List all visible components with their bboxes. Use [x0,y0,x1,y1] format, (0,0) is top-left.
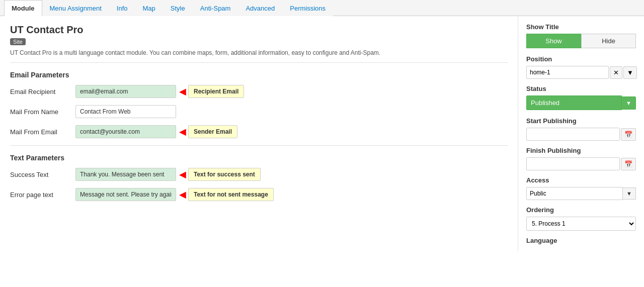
main-layout: UT Contact Pro Site UT Contact Pro is a … [0,16,644,251]
email-params-title: Email Parameters [10,71,508,79]
mail-from-name-row: Mail From Name [10,105,508,118]
module-title: UT Contact Pro [10,24,508,36]
error-text-row: Error page text ◀ Text for not sent mess… [10,188,508,201]
start-publishing-calendar-btn[interactable]: 📅 [621,128,636,141]
access-dropdown-arrow[interactable]: ▼ [623,187,636,200]
finish-publishing-input[interactable] [526,157,620,170]
module-desc: UT Contact Pro is a multi language conta… [10,49,508,63]
start-publishing-field: Start Publishing 📅 [526,117,636,141]
tab-antispam[interactable]: Anti-Spam [193,0,238,16]
mail-from-email-label: Mail From Email [10,128,75,136]
left-panel: UT Contact Pro Site UT Contact Pro is a … [0,16,518,251]
access-field: Access Public ▼ [526,176,636,200]
error-tooltip-wrap: ◀ Text for not sent message [179,188,274,201]
mail-from-name-input[interactable] [75,105,176,118]
error-arrow-icon: ◀ [179,190,186,199]
ordering-select[interactable]: 5. Process 1 [526,217,636,231]
error-text-label: Error page text [10,191,75,199]
success-arrow-icon: ◀ [179,170,186,179]
tab-permissions[interactable]: Permissions [282,0,333,16]
position-input[interactable] [526,66,609,79]
start-publishing-input[interactable] [526,128,620,141]
finish-publishing-calendar-btn[interactable]: 📅 [621,158,636,170]
finish-publishing-wrap: 📅 [526,157,636,170]
recipient-tooltip: Recipient Email [188,85,244,98]
finish-publishing-label: Finish Publishing [526,147,636,154]
divider-1 [10,145,508,146]
sender-tooltip: Sender Email [188,125,237,138]
success-text-label: Success Text [10,171,75,178]
status-select[interactable]: Published [526,95,622,110]
text-params-title: Text Parameters [10,154,508,162]
access-select-wrap: Public ▼ [526,187,636,200]
error-text-input[interactable] [75,188,176,201]
show-title-toggle: Show Hide [526,34,636,48]
ordering-label: Ordering [526,206,636,214]
hide-button[interactable]: Hide [581,34,636,48]
show-title-label: Show Title [526,23,636,31]
success-text-input[interactable] [75,168,176,181]
status-label: Status [526,85,636,92]
language-label: Language [526,237,636,244]
status-field: Status Published ▼ [526,85,636,110]
email-recipient-label: Email Recipient [10,88,75,95]
tab-info[interactable]: Info [109,0,135,16]
status-select-wrap: Published ▼ [526,95,636,110]
tab-map[interactable]: Map [135,0,163,16]
sender-tooltip-wrap: ◀ Sender Email [179,125,237,138]
email-recipient-input[interactable] [75,85,176,98]
tab-advanced[interactable]: Advanced [238,0,282,16]
position-input-wrap: ✕ ▼ [526,66,636,79]
success-tooltip: Text for success sent [188,168,261,181]
right-panel: Show Title Show Hide Position ✕ ▼ Status… [518,16,644,251]
mail-from-name-label: Mail From Name [10,108,75,116]
access-select[interactable]: Public [526,187,623,200]
tab-style[interactable]: Style [163,0,193,16]
email-recipient-row: Email Recipient ◀ Recipient Email [10,85,508,98]
error-tooltip: Text for not sent message [188,188,274,201]
position-field: Position ✕ ▼ [526,55,636,79]
position-dropdown-btn[interactable]: ▼ [623,66,637,79]
start-publishing-wrap: 📅 [526,128,636,141]
finish-publishing-field: Finish Publishing 📅 [526,147,636,170]
position-label: Position [526,55,636,63]
sender-arrow-icon: ◀ [179,127,186,136]
tab-bar: Module Menu Assignment Info Map Style An… [0,0,644,16]
status-dropdown-arrow[interactable]: ▼ [622,97,636,110]
start-publishing-label: Start Publishing [526,117,636,125]
recipient-arrow-icon: ◀ [179,87,186,96]
mail-from-email-input[interactable] [75,125,176,138]
position-clear-btn[interactable]: ✕ [610,66,622,79]
tab-menu-assignment[interactable]: Menu Assignment [42,0,109,16]
recipient-tooltip-wrap: ◀ Recipient Email [179,85,244,98]
mail-from-email-row: Mail From Email ◀ Sender Email [10,125,508,138]
success-text-row: Success Text ◀ Text for success sent [10,168,508,181]
ordering-field: Ordering 5. Process 1 [526,206,636,231]
access-label: Access [526,176,636,184]
show-button[interactable]: Show [526,34,581,48]
tab-module[interactable]: Module [4,0,42,16]
site-badge: Site [10,38,26,45]
success-tooltip-wrap: ◀ Text for success sent [179,168,261,181]
